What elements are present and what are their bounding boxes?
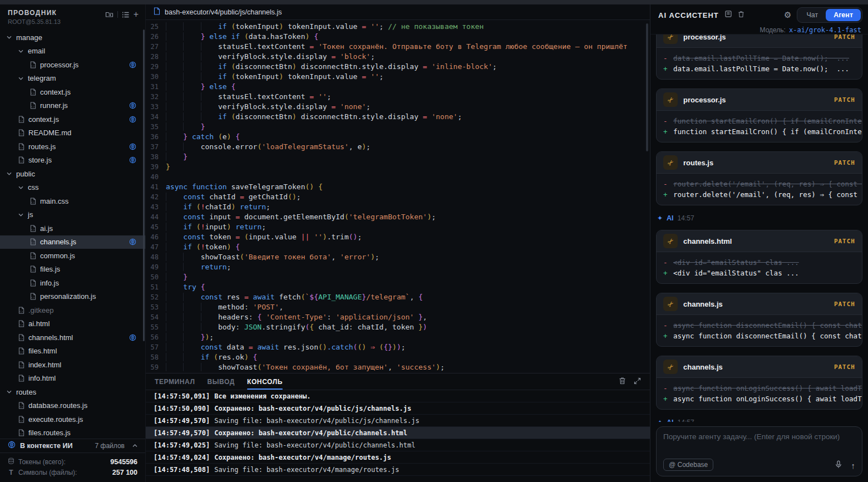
- code-line-47: 47 if (!token) {: [146, 242, 650, 252]
- chat-tab[interactable]: Чат: [798, 9, 826, 21]
- microphone-icon[interactable]: [835, 460, 842, 471]
- agent-tab[interactable]: Агент: [826, 9, 861, 21]
- tree-file-execute.routes.js[interactable]: execute.routes.js: [0, 412, 145, 426]
- tree-file-runner.js[interactable]: runner.js: [0, 99, 145, 113]
- code-line-53: 53 method: 'POST',: [146, 302, 650, 312]
- tree-file-channels.html[interactable]: channels.html: [0, 331, 145, 345]
- message-time: 14:57: [678, 214, 694, 222]
- tab-terminal[interactable]: ТЕРМИНАЛ: [155, 373, 195, 390]
- patch-card-processor.js[interactable]: ✂processor.jsPATCH-data.email.lastPollTi…: [656, 35, 862, 80]
- model-value[interactable]: x-ai/grok-4.1-fast: [789, 26, 861, 34]
- file-icon: [18, 116, 24, 123]
- code-line-33: 33 verifyBlock.style.display = 'none';: [146, 102, 650, 112]
- list-view-icon[interactable]: [122, 11, 130, 18]
- file-icon: [18, 416, 24, 423]
- expand-icon[interactable]: [634, 377, 641, 387]
- tree-file-personalization.js[interactable]: personalization.js: [0, 290, 145, 304]
- tree-file-main.css[interactable]: main.css: [0, 194, 145, 208]
- codebase-chip[interactable]: @ Codebase: [663, 459, 713, 471]
- brain-icon: [129, 116, 136, 123]
- line-number: 49: [146, 262, 166, 272]
- patch-card-routes.js[interactable]: ✂routes.jsPATCH-router.delete('/email', …: [656, 151, 862, 205]
- line-number: 54: [146, 312, 166, 322]
- code-line-55: 55 body: JSON.stringify({ chat_id: chatI…: [146, 322, 650, 332]
- tree-folder-manage[interactable]: manage: [0, 31, 145, 45]
- tree-folder-email[interactable]: email: [0, 45, 145, 58]
- tree-file-info.js[interactable]: info.js: [0, 276, 145, 290]
- line-number: 43: [146, 202, 166, 212]
- collapse-folders-icon[interactable]: [105, 11, 114, 18]
- gear-icon[interactable]: ⚙: [784, 10, 791, 20]
- tree-file-routes.js[interactable]: routes.js: [0, 140, 145, 154]
- editor-scrollbar[interactable]: [646, 23, 648, 151]
- tree-file-processor.js[interactable]: processor.js: [0, 58, 145, 72]
- tab-console[interactable]: КОНСОЛЬ: [247, 373, 283, 390]
- line-number: 42: [146, 192, 166, 202]
- tab-output[interactable]: ВЫВОД: [208, 373, 235, 390]
- chevron-down-icon: [18, 186, 23, 189]
- code-editor[interactable]: 25 if (tokenInput) tokenInput.value = ''…: [146, 20, 650, 373]
- notes-icon[interactable]: [724, 10, 732, 20]
- brain-icon: [129, 61, 136, 68]
- tokens-label: Токены (всего):: [18, 458, 66, 466]
- tree-file-.gitkeep[interactable]: .gitkeep: [0, 303, 145, 317]
- code-line-51: 51 try {: [146, 282, 650, 292]
- patch-card-channels.js[interactable]: ✂channels.jsPATCH-async function disconn…: [656, 293, 862, 347]
- terminal-panel: ТЕРМИНАЛ ВЫВОД КОНСОЛЬ [14:57:50,091]Все…: [146, 373, 650, 482]
- tree-file-common.js[interactable]: common.js: [0, 249, 145, 263]
- symbols-value: 257 100: [112, 469, 137, 476]
- patch-card-processor.js[interactable]: ✂processor.jsPATCH-function startEmailCr…: [656, 88, 862, 142]
- tree-file-channels.js[interactable]: channels.js: [0, 235, 145, 249]
- tree-file-files.html[interactable]: files.html: [0, 345, 145, 358]
- code-line-48: 48 showToast('Введите токен бота', 'erro…: [146, 252, 650, 262]
- line-number: 59: [146, 362, 166, 372]
- chevron-down-icon: [7, 172, 12, 175]
- open-file-path[interactable]: bash-executor/v4/public/js/channels.js: [165, 8, 282, 16]
- tree-file-ai.js[interactable]: ai.js: [0, 222, 145, 235]
- tree-file-index.html[interactable]: index.html: [0, 358, 145, 372]
- diff-added-line: +router.delete('/email', (req, res) ⇒ { …: [663, 189, 855, 200]
- file-icon: [18, 347, 24, 355]
- file-icon: [18, 375, 24, 382]
- message-author: AI: [667, 419, 674, 422]
- tree-folder-js[interactable]: js: [0, 208, 145, 222]
- file-icon: [30, 238, 36, 245]
- send-icon[interactable]: ↑: [851, 461, 856, 470]
- diff-removed-line: -router.delete('/email', (req, res) ⇒ { …: [663, 179, 855, 189]
- tree-folder-routes[interactable]: routes: [0, 385, 145, 399]
- tree-file-store.js[interactable]: store.js: [0, 154, 145, 168]
- code-line-26: 26 } else if (data.hasToken) {: [146, 32, 650, 42]
- tree-folder-telegram[interactable]: telegram: [0, 72, 145, 86]
- chevron-up-icon[interactable]: [132, 444, 137, 447]
- tree-folder-css[interactable]: css: [0, 181, 145, 195]
- patch-card-channels.html[interactable]: ✂channels.htmlPATCH-<div id="emailStatus…: [656, 230, 862, 284]
- trash-icon[interactable]: [619, 377, 626, 387]
- tree-scrollbar[interactable]: [143, 29, 145, 341]
- code-line-34: 34 if (disconnectBtn) disconnectBtn.styl…: [146, 112, 650, 122]
- tree-file-database.routes.js[interactable]: database.routes.js: [0, 399, 145, 413]
- tree-file-context.js[interactable]: context.js: [0, 85, 145, 99]
- tree-file-ai.html[interactable]: ai.html: [0, 317, 145, 331]
- symbols-label: Символы (файлы):: [18, 469, 77, 476]
- tree-file-files.routes.js[interactable]: files.routes.js: [0, 426, 145, 439]
- agent-task-input[interactable]: [663, 432, 855, 457]
- patch-card-channels.js[interactable]: ✂channels.jsPATCH-async function onLogin…: [656, 356, 862, 410]
- code-line-37: 37 console.error('loadTelegramStatus', e…: [146, 142, 650, 152]
- file-icon: [18, 143, 24, 150]
- tree-file-info.html[interactable]: info.html: [0, 372, 145, 386]
- tree-file-files.js[interactable]: files.js: [0, 263, 145, 277]
- tree-file-context.js[interactable]: context.js: [0, 112, 145, 126]
- trash-icon[interactable]: [738, 10, 744, 20]
- add-file-icon[interactable]: +: [134, 11, 139, 18]
- diff-removed-line: -function startEmailCron() { if (emailCr…: [663, 116, 855, 126]
- assistant-messages: ✂processor.jsPATCH-data.email.lastPollTi…: [650, 35, 868, 422]
- line-number: 35: [146, 122, 166, 132]
- file-icon: [30, 225, 36, 232]
- line-number: 31: [146, 82, 166, 92]
- ai-context-bar[interactable]: В контексте ИИ 7 файлов: [0, 439, 145, 453]
- file-icon: [18, 320, 24, 327]
- tree-file-README.md[interactable]: README.md: [0, 126, 145, 140]
- chevron-down-icon: [7, 36, 12, 39]
- message-meta-AI: ✦AI14:57: [657, 419, 861, 422]
- tree-folder-public[interactable]: public: [0, 167, 145, 181]
